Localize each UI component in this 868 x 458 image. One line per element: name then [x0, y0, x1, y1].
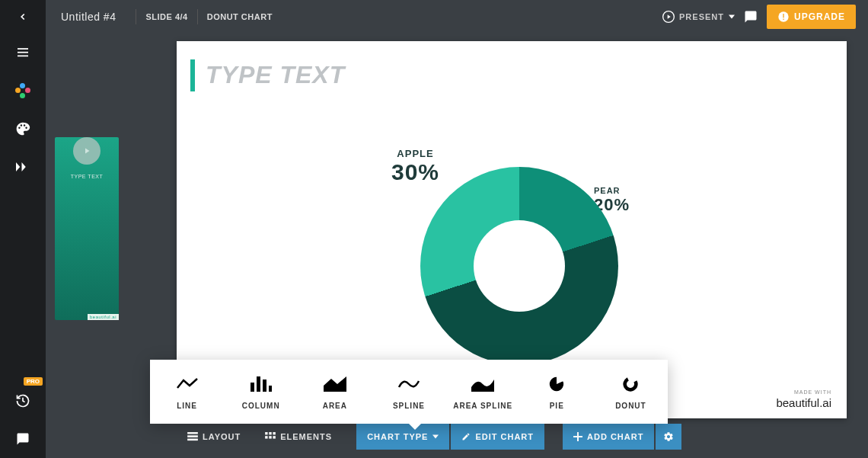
chart-type-label: CHART TYPE	[367, 432, 428, 441]
svg-marker-7	[729, 15, 735, 19]
svg-rect-19	[187, 435, 198, 437]
pie-icon	[548, 374, 565, 394]
svg-rect-14	[263, 380, 266, 392]
spline-label: SPLINE	[393, 402, 425, 410]
comments-button[interactable]	[0, 420, 46, 458]
svg-rect-0	[18, 48, 28, 50]
svg-point-17	[623, 376, 638, 391]
slide-thumbnail[interactable]: TYPE TEXT beautiful.ai	[55, 137, 123, 320]
svg-rect-12	[251, 383, 254, 392]
svg-marker-6	[668, 14, 671, 18]
chat-icon[interactable]	[744, 10, 758, 24]
elements-label: ELEMENTS	[280, 432, 332, 441]
svg-rect-25	[270, 436, 272, 438]
plus-icon	[573, 432, 582, 441]
slides-button[interactable]	[0, 72, 46, 110]
chart-type-pie[interactable]: PIE	[520, 374, 594, 410]
svg-rect-10	[783, 19, 783, 20]
donut-chart[interactable]	[405, 152, 633, 380]
theme-button[interactable]	[0, 110, 46, 148]
layout-button[interactable]: LAYOUT	[177, 424, 251, 450]
grid-icon	[265, 432, 276, 441]
svg-rect-9	[783, 14, 783, 18]
present-button[interactable]: PRESENT	[662, 11, 735, 23]
column-label: COLUMN	[242, 402, 280, 410]
back-button[interactable]	[0, 0, 46, 34]
svg-rect-1	[18, 52, 28, 53]
chart-type-button[interactable]: CHART TYPE	[356, 424, 449, 450]
svg-rect-20	[187, 439, 198, 441]
spline-icon	[397, 374, 420, 394]
watermark: MADE WITH beautiful.ai	[776, 389, 831, 409]
diamond-logo-icon	[15, 83, 30, 98]
svg-rect-29	[573, 436, 582, 437]
donut-icon	[622, 374, 639, 394]
svg-marker-16	[324, 376, 346, 392]
chart-type-area-spline[interactable]: AREA SPLINE	[446, 374, 520, 410]
elements-button[interactable]: ELEMENTS	[254, 424, 343, 450]
svg-marker-11	[85, 149, 90, 154]
line-label: LINE	[177, 402, 197, 410]
edit-chart-button[interactable]: EDIT CHART	[451, 424, 544, 450]
upgrade-button[interactable]: UPGRADE	[767, 5, 856, 29]
thumb-brand: beautiful.ai	[88, 314, 119, 320]
title-accent	[190, 59, 195, 91]
svg-rect-15	[269, 386, 272, 392]
slide-type-label: DONUT CHART	[207, 12, 273, 21]
edit-chart-label: EDIT CHART	[475, 432, 534, 441]
svg-rect-24	[265, 436, 267, 438]
svg-marker-4	[22, 162, 26, 171]
watermark-made: MADE WITH	[776, 389, 831, 395]
bottom-toolbar: LAYOUT ELEMENTS CHART TYPE EDIT CHART AD…	[177, 424, 681, 450]
pro-badge: PRO	[24, 377, 43, 386]
play-icon	[662, 11, 675, 23]
svg-marker-27	[432, 435, 439, 439]
chevron-down-icon	[432, 434, 439, 439]
layout-label: LAYOUT	[203, 432, 241, 441]
add-chart-label: ADD CHART	[587, 432, 643, 441]
badge-icon	[777, 11, 790, 23]
area-spline-label: AREA SPLINE	[453, 402, 512, 410]
present-label: PRESENT	[679, 12, 724, 21]
menu-button[interactable]	[0, 34, 46, 72]
add-chart-button[interactable]: ADD CHART	[563, 424, 654, 450]
separator	[136, 9, 136, 24]
svg-rect-2	[18, 56, 28, 57]
watermark-brand: beautiful.ai	[776, 396, 831, 409]
chart-type-area[interactable]: AREA	[298, 374, 372, 410]
svg-marker-3	[16, 162, 20, 171]
svg-rect-13	[257, 376, 260, 392]
document-title[interactable]: Untitled #4	[61, 11, 116, 23]
chevron-down-icon	[729, 14, 735, 19]
chart-type-spline[interactable]: SPLINE	[372, 374, 445, 410]
animate-button[interactable]	[0, 148, 46, 186]
pencil-icon	[461, 432, 471, 441]
chart-type-popover: LINE COLUMN AREA SPLINE AREA SPLINE PIE	[150, 360, 668, 424]
svg-rect-21	[265, 432, 267, 434]
slide-counter: SLIDE 4/4	[145, 12, 187, 21]
upgrade-label: UPGRADE	[794, 11, 845, 22]
svg-rect-23	[273, 432, 276, 434]
chart-type-column[interactable]: COLUMN	[224, 374, 298, 410]
area-spline-icon	[471, 374, 494, 394]
gear-icon	[663, 431, 674, 442]
svg-rect-22	[270, 432, 272, 434]
history-button[interactable]: PRO	[0, 382, 46, 420]
svg-rect-18	[187, 432, 198, 434]
chart-type-donut[interactable]: DONUT	[594, 374, 668, 410]
topbar: Untitled #4 SLIDE 4/4 DONUT CHART PRESEN…	[46, 0, 868, 34]
svg-rect-26	[273, 436, 276, 438]
left-rail: PRO	[0, 0, 46, 458]
column-icon	[251, 374, 272, 394]
thumb-placeholder: TYPE TEXT	[71, 174, 104, 179]
chart-settings-button[interactable]	[656, 424, 681, 450]
area-icon	[324, 374, 346, 394]
pie-label: PIE	[550, 402, 564, 410]
line-icon	[176, 374, 199, 394]
slide-title-placeholder[interactable]: TYPE TEXT	[206, 61, 345, 89]
layout-icon	[187, 432, 198, 441]
separator	[197, 9, 198, 24]
chart-type-line[interactable]: LINE	[150, 374, 224, 410]
donut-label: DONUT	[615, 402, 646, 410]
area-label: AREA	[323, 402, 347, 410]
